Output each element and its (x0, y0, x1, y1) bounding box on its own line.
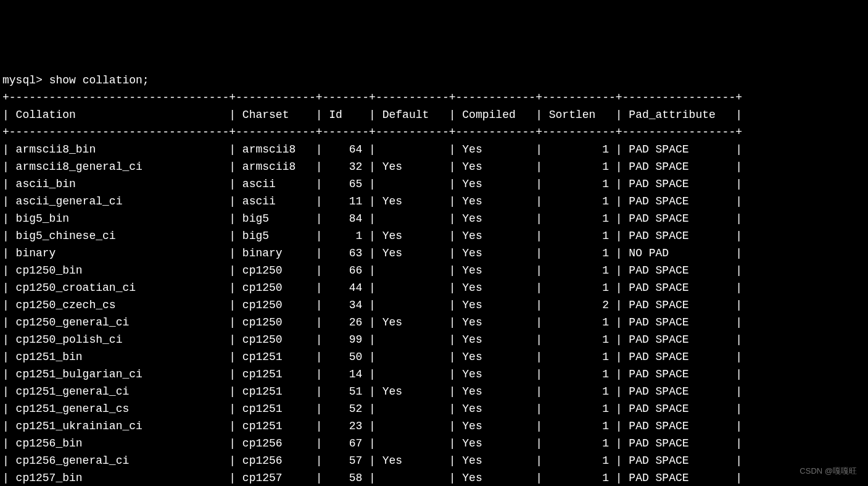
terminal-output[interactable]: mysql> show collation; +----------------… (0, 69, 868, 486)
command-text: show collation; (49, 74, 149, 86)
watermark-text: CSDN @嘎嘎旺 (800, 463, 857, 480)
prompt-text: mysql> (2, 74, 49, 86)
result-table: +---------------------------------+-----… (2, 91, 742, 486)
